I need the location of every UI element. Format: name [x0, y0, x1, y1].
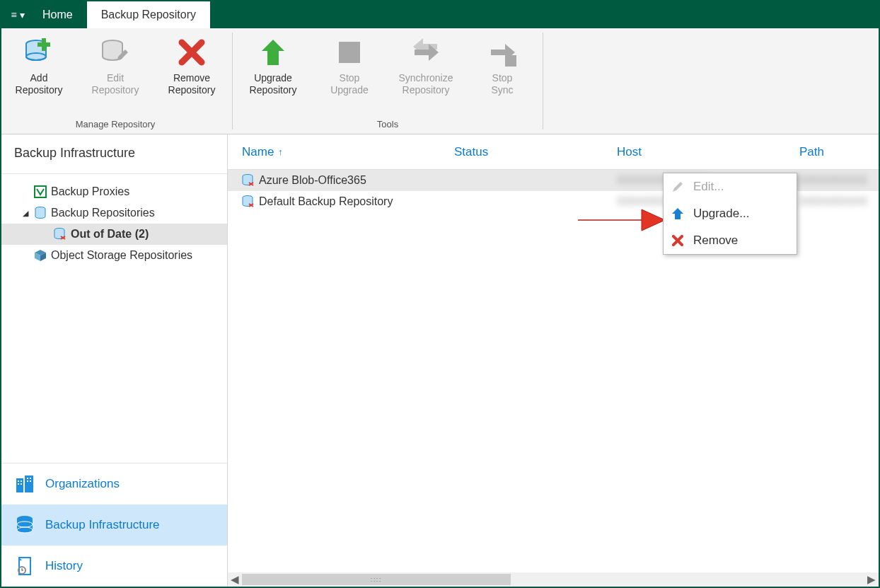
scroll-thumb[interactable]: ∷∷ [242, 574, 511, 585]
cube-icon [34, 249, 47, 262]
organizations-icon [14, 473, 35, 495]
ribbon-separator [232, 33, 233, 129]
main-area: Name ↑ Status Host Path Azure Blob-Offic… [228, 134, 879, 587]
arrow-up-icon [671, 207, 685, 221]
ribbon-btn-line2: Repository [250, 84, 297, 96]
ribbon-btn-line2: Repository [16, 84, 63, 96]
tab-label: Home [42, 8, 73, 21]
database-warning-icon [54, 228, 66, 241]
scroll-left-button[interactable]: ◀ [228, 572, 242, 587]
ribbon-btn-line2: Sync [491, 84, 513, 96]
tree-item-backup-proxies[interactable]: Backup Proxies [1, 181, 227, 202]
svg-rect-16 [27, 478, 28, 479]
database-pencil-icon [98, 35, 132, 69]
sidebar-tree: Backup Proxies ◢ Backup Repositories Out… [1, 174, 227, 463]
svg-rect-14 [18, 483, 19, 485]
ribbon-btn-line1: Upgrade [254, 72, 292, 83]
ribbon-separator [543, 33, 543, 129]
scroll-right-button[interactable]: ▶ [864, 572, 879, 587]
x-icon [175, 35, 209, 69]
ribbon-group-label: Manage Repository [76, 119, 156, 132]
remove-repository-button[interactable]: RemoveRepository [160, 33, 224, 96]
svg-rect-15 [21, 483, 22, 485]
nav-organizations[interactable]: Organizations [1, 463, 227, 505]
ribbon-btn-line1: Add [30, 72, 48, 83]
hamburger-icon: ≡ ▾ [11, 10, 24, 20]
titlebar: ≡ ▾ Home Backup Repository [1, 1, 879, 28]
column-header-status[interactable]: Status [454, 145, 617, 159]
tree-item-backup-repositories[interactable]: ◢ Backup Repositories [1, 202, 227, 224]
database-plus-icon [22, 35, 56, 69]
column-label: Path [799, 145, 824, 159]
tree-item-label: Backup Proxies [51, 185, 129, 198]
context-menu-label: Upgrade... [693, 207, 749, 221]
ribbon-btn-line1: Stop [492, 72, 513, 83]
svg-rect-19 [30, 480, 31, 482]
tree-item-out-of-date[interactable]: Out of Date (2) [1, 224, 227, 245]
tab-backup-repository[interactable]: Backup Repository [87, 1, 210, 28]
column-header-host[interactable]: Host [617, 145, 799, 159]
column-header-name[interactable]: Name ↑ [242, 145, 454, 159]
tree-item-label: Backup Repositories [51, 207, 155, 219]
expander-icon[interactable]: ◢ [21, 209, 30, 218]
context-menu: Edit... Upgrade... Remove [663, 173, 797, 255]
stop-sync-icon [485, 35, 519, 69]
add-repository-button[interactable]: AddRepository [7, 33, 71, 96]
sidebar-title: Backup Infrastructure [1, 134, 227, 174]
column-header-path[interactable]: Path [799, 145, 879, 159]
tree-item-label: Out of Date (2) [71, 228, 149, 241]
ribbon-group-tools: UpgradeRepository StopUpgrade Synchroniz… [236, 28, 540, 134]
context-menu-label: Remove [693, 234, 738, 248]
app-menu-button[interactable]: ≡ ▾ [7, 1, 28, 28]
context-menu-remove[interactable]: Remove [664, 227, 797, 254]
stop-sync-button[interactable]: StopSync [470, 33, 534, 96]
nav-history[interactable]: History [1, 546, 227, 587]
pencil-icon [671, 180, 685, 194]
grid-column-headers: Name ↑ Status Host Path [228, 134, 879, 170]
proxy-icon [34, 185, 47, 198]
nav-label: History [45, 559, 83, 573]
ribbon-btn-line1: Stop [340, 72, 360, 83]
ribbon-btn-line2: Repository [168, 84, 216, 96]
sidebar: Backup Infrastructure Backup Proxies ◢ B… [1, 134, 228, 587]
cell-path: XXXXXXXXX [799, 174, 879, 187]
tree-item-label: Object Storage Repositories [51, 249, 192, 262]
svg-rect-11 [25, 475, 33, 492]
arrow-up-icon [256, 35, 290, 69]
column-label: Name [242, 145, 274, 159]
database-icon [34, 207, 47, 219]
scroll-track[interactable]: ∷∷ [242, 574, 864, 585]
stop-upgrade-button[interactable]: StopUpgrade [318, 33, 381, 96]
synchronize-repository-button[interactable]: SynchronizeRepository [394, 33, 458, 96]
ribbon-btn-line1: Edit [107, 72, 124, 83]
sidebar-bottom-nav: Organizations Backup Infrastructure Hist… [1, 463, 227, 587]
ribbon-btn-line1: Synchronize [398, 72, 453, 83]
tab-home[interactable]: Home [28, 1, 87, 28]
sync-icon [409, 35, 443, 69]
horizontal-scrollbar[interactable]: ◀ ∷∷ ▶ [228, 572, 879, 587]
workspace: Backup Infrastructure Backup Proxies ◢ B… [1, 134, 879, 587]
edit-repository-button[interactable]: EditRepository [83, 33, 147, 96]
tree-item-object-storage[interactable]: Object Storage Repositories [1, 245, 227, 266]
ribbon-btn-line1: Remove [173, 72, 210, 83]
svg-rect-18 [27, 480, 28, 482]
sort-ascending-icon: ↑ [278, 146, 283, 157]
nav-label: Backup Infrastructure [45, 518, 160, 532]
column-label: Host [617, 145, 642, 159]
svg-rect-13 [21, 480, 22, 482]
ribbon: AddRepository EditRepository [1, 28, 879, 134]
svg-rect-3 [37, 42, 50, 47]
svg-rect-12 [18, 480, 19, 482]
context-menu-upgrade[interactable]: Upgrade... [664, 200, 797, 227]
ribbon-btn-line2: Repository [92, 84, 139, 96]
ribbon-btn-line2: Upgrade [330, 84, 369, 96]
nav-backup-infrastructure[interactable]: Backup Infrastructure [1, 505, 227, 546]
cell-path: XXXXXXXXX [799, 195, 879, 208]
svg-rect-5 [339, 42, 360, 63]
upgrade-repository-button[interactable]: UpgradeRepository [241, 33, 305, 96]
x-icon [671, 234, 685, 248]
database-stack-icon [14, 514, 35, 536]
database-warning-icon [242, 195, 255, 208]
context-menu-label: Edit... [693, 180, 724, 194]
history-icon [14, 555, 35, 577]
